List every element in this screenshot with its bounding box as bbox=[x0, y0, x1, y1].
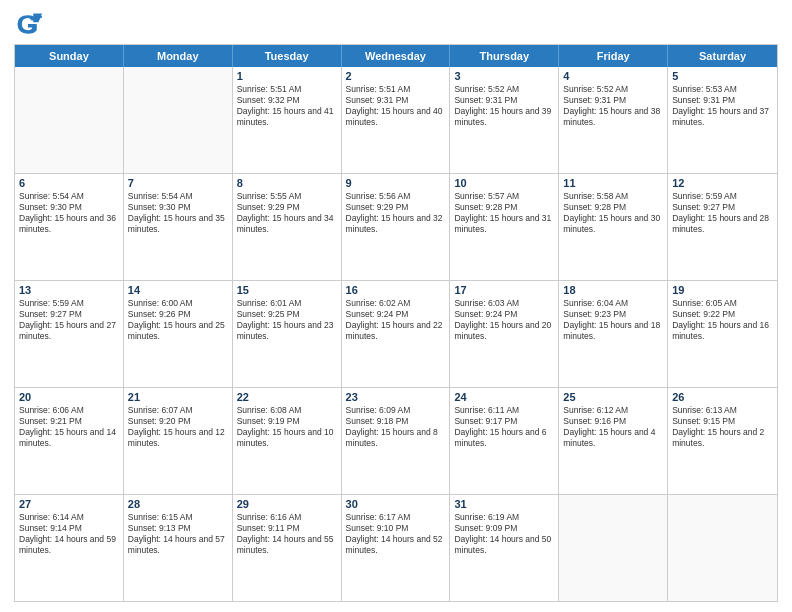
day-info: Sunrise: 5:52 AM Sunset: 9:31 PM Dayligh… bbox=[454, 84, 554, 128]
day-cell-25: 25Sunrise: 6:12 AM Sunset: 9:16 PM Dayli… bbox=[559, 388, 668, 494]
day-info: Sunrise: 6:00 AM Sunset: 9:26 PM Dayligh… bbox=[128, 298, 228, 342]
day-number: 2 bbox=[346, 70, 446, 82]
day-cell-10: 10Sunrise: 5:57 AM Sunset: 9:28 PM Dayli… bbox=[450, 174, 559, 280]
empty-cell bbox=[668, 495, 777, 601]
day-number: 23 bbox=[346, 391, 446, 403]
day-cell-31: 31Sunrise: 6:19 AM Sunset: 9:09 PM Dayli… bbox=[450, 495, 559, 601]
day-cell-5: 5Sunrise: 5:53 AM Sunset: 9:31 PM Daylig… bbox=[668, 67, 777, 173]
day-cell-22: 22Sunrise: 6:08 AM Sunset: 9:19 PM Dayli… bbox=[233, 388, 342, 494]
day-info: Sunrise: 5:59 AM Sunset: 9:27 PM Dayligh… bbox=[672, 191, 773, 235]
day-number: 4 bbox=[563, 70, 663, 82]
day-cell-14: 14Sunrise: 6:00 AM Sunset: 9:26 PM Dayli… bbox=[124, 281, 233, 387]
day-cell-28: 28Sunrise: 6:15 AM Sunset: 9:13 PM Dayli… bbox=[124, 495, 233, 601]
day-number: 20 bbox=[19, 391, 119, 403]
day-cell-7: 7Sunrise: 5:54 AM Sunset: 9:30 PM Daylig… bbox=[124, 174, 233, 280]
calendar-body: 1Sunrise: 5:51 AM Sunset: 9:32 PM Daylig… bbox=[15, 67, 777, 601]
day-number: 25 bbox=[563, 391, 663, 403]
header-day-monday: Monday bbox=[124, 45, 233, 67]
page: SundayMondayTuesdayWednesdayThursdayFrid… bbox=[0, 0, 792, 612]
day-info: Sunrise: 6:14 AM Sunset: 9:14 PM Dayligh… bbox=[19, 512, 119, 556]
day-number: 18 bbox=[563, 284, 663, 296]
day-cell-29: 29Sunrise: 6:16 AM Sunset: 9:11 PM Dayli… bbox=[233, 495, 342, 601]
calendar-header: SundayMondayTuesdayWednesdayThursdayFrid… bbox=[15, 45, 777, 67]
day-info: Sunrise: 5:56 AM Sunset: 9:29 PM Dayligh… bbox=[346, 191, 446, 235]
day-info: Sunrise: 5:54 AM Sunset: 9:30 PM Dayligh… bbox=[19, 191, 119, 235]
day-cell-18: 18Sunrise: 6:04 AM Sunset: 9:23 PM Dayli… bbox=[559, 281, 668, 387]
day-info: Sunrise: 5:57 AM Sunset: 9:28 PM Dayligh… bbox=[454, 191, 554, 235]
day-cell-12: 12Sunrise: 5:59 AM Sunset: 9:27 PM Dayli… bbox=[668, 174, 777, 280]
day-info: Sunrise: 6:02 AM Sunset: 9:24 PM Dayligh… bbox=[346, 298, 446, 342]
week-row-1: 1Sunrise: 5:51 AM Sunset: 9:32 PM Daylig… bbox=[15, 67, 777, 174]
day-number: 31 bbox=[454, 498, 554, 510]
day-cell-20: 20Sunrise: 6:06 AM Sunset: 9:21 PM Dayli… bbox=[15, 388, 124, 494]
day-cell-15: 15Sunrise: 6:01 AM Sunset: 9:25 PM Dayli… bbox=[233, 281, 342, 387]
day-cell-6: 6Sunrise: 5:54 AM Sunset: 9:30 PM Daylig… bbox=[15, 174, 124, 280]
day-number: 12 bbox=[672, 177, 773, 189]
day-info: Sunrise: 5:54 AM Sunset: 9:30 PM Dayligh… bbox=[128, 191, 228, 235]
day-cell-2: 2Sunrise: 5:51 AM Sunset: 9:31 PM Daylig… bbox=[342, 67, 451, 173]
day-info: Sunrise: 5:51 AM Sunset: 9:31 PM Dayligh… bbox=[346, 84, 446, 128]
header-day-wednesday: Wednesday bbox=[342, 45, 451, 67]
day-info: Sunrise: 6:17 AM Sunset: 9:10 PM Dayligh… bbox=[346, 512, 446, 556]
day-info: Sunrise: 6:03 AM Sunset: 9:24 PM Dayligh… bbox=[454, 298, 554, 342]
day-number: 22 bbox=[237, 391, 337, 403]
header-day-thursday: Thursday bbox=[450, 45, 559, 67]
logo-icon bbox=[14, 10, 42, 38]
day-info: Sunrise: 6:15 AM Sunset: 9:13 PM Dayligh… bbox=[128, 512, 228, 556]
day-cell-9: 9Sunrise: 5:56 AM Sunset: 9:29 PM Daylig… bbox=[342, 174, 451, 280]
day-number: 27 bbox=[19, 498, 119, 510]
day-cell-4: 4Sunrise: 5:52 AM Sunset: 9:31 PM Daylig… bbox=[559, 67, 668, 173]
day-info: Sunrise: 6:19 AM Sunset: 9:09 PM Dayligh… bbox=[454, 512, 554, 556]
week-row-2: 6Sunrise: 5:54 AM Sunset: 9:30 PM Daylig… bbox=[15, 174, 777, 281]
day-number: 29 bbox=[237, 498, 337, 510]
day-info: Sunrise: 5:58 AM Sunset: 9:28 PM Dayligh… bbox=[563, 191, 663, 235]
day-number: 1 bbox=[237, 70, 337, 82]
day-info: Sunrise: 6:08 AM Sunset: 9:19 PM Dayligh… bbox=[237, 405, 337, 449]
header-day-friday: Friday bbox=[559, 45, 668, 67]
day-cell-1: 1Sunrise: 5:51 AM Sunset: 9:32 PM Daylig… bbox=[233, 67, 342, 173]
day-cell-13: 13Sunrise: 5:59 AM Sunset: 9:27 PM Dayli… bbox=[15, 281, 124, 387]
week-row-4: 20Sunrise: 6:06 AM Sunset: 9:21 PM Dayli… bbox=[15, 388, 777, 495]
day-number: 5 bbox=[672, 70, 773, 82]
day-cell-26: 26Sunrise: 6:13 AM Sunset: 9:15 PM Dayli… bbox=[668, 388, 777, 494]
day-cell-21: 21Sunrise: 6:07 AM Sunset: 9:20 PM Dayli… bbox=[124, 388, 233, 494]
day-number: 11 bbox=[563, 177, 663, 189]
day-number: 19 bbox=[672, 284, 773, 296]
week-row-3: 13Sunrise: 5:59 AM Sunset: 9:27 PM Dayli… bbox=[15, 281, 777, 388]
day-number: 15 bbox=[237, 284, 337, 296]
empty-cell bbox=[124, 67, 233, 173]
calendar: SundayMondayTuesdayWednesdayThursdayFrid… bbox=[14, 44, 778, 602]
day-cell-23: 23Sunrise: 6:09 AM Sunset: 9:18 PM Dayli… bbox=[342, 388, 451, 494]
day-number: 21 bbox=[128, 391, 228, 403]
logo bbox=[14, 10, 46, 38]
day-cell-3: 3Sunrise: 5:52 AM Sunset: 9:31 PM Daylig… bbox=[450, 67, 559, 173]
day-cell-30: 30Sunrise: 6:17 AM Sunset: 9:10 PM Dayli… bbox=[342, 495, 451, 601]
day-info: Sunrise: 6:12 AM Sunset: 9:16 PM Dayligh… bbox=[563, 405, 663, 449]
day-number: 13 bbox=[19, 284, 119, 296]
header-day-tuesday: Tuesday bbox=[233, 45, 342, 67]
day-cell-16: 16Sunrise: 6:02 AM Sunset: 9:24 PM Dayli… bbox=[342, 281, 451, 387]
empty-cell bbox=[15, 67, 124, 173]
day-info: Sunrise: 5:59 AM Sunset: 9:27 PM Dayligh… bbox=[19, 298, 119, 342]
day-number: 26 bbox=[672, 391, 773, 403]
day-number: 24 bbox=[454, 391, 554, 403]
day-info: Sunrise: 6:05 AM Sunset: 9:22 PM Dayligh… bbox=[672, 298, 773, 342]
day-number: 10 bbox=[454, 177, 554, 189]
day-info: Sunrise: 5:55 AM Sunset: 9:29 PM Dayligh… bbox=[237, 191, 337, 235]
day-number: 8 bbox=[237, 177, 337, 189]
day-info: Sunrise: 6:07 AM Sunset: 9:20 PM Dayligh… bbox=[128, 405, 228, 449]
day-info: Sunrise: 5:51 AM Sunset: 9:32 PM Dayligh… bbox=[237, 84, 337, 128]
day-info: Sunrise: 6:04 AM Sunset: 9:23 PM Dayligh… bbox=[563, 298, 663, 342]
day-number: 6 bbox=[19, 177, 119, 189]
day-number: 14 bbox=[128, 284, 228, 296]
empty-cell bbox=[559, 495, 668, 601]
day-info: Sunrise: 6:01 AM Sunset: 9:25 PM Dayligh… bbox=[237, 298, 337, 342]
day-cell-19: 19Sunrise: 6:05 AM Sunset: 9:22 PM Dayli… bbox=[668, 281, 777, 387]
day-number: 30 bbox=[346, 498, 446, 510]
day-number: 16 bbox=[346, 284, 446, 296]
day-number: 7 bbox=[128, 177, 228, 189]
day-cell-27: 27Sunrise: 6:14 AM Sunset: 9:14 PM Dayli… bbox=[15, 495, 124, 601]
day-cell-8: 8Sunrise: 5:55 AM Sunset: 9:29 PM Daylig… bbox=[233, 174, 342, 280]
day-info: Sunrise: 6:09 AM Sunset: 9:18 PM Dayligh… bbox=[346, 405, 446, 449]
day-cell-11: 11Sunrise: 5:58 AM Sunset: 9:28 PM Dayli… bbox=[559, 174, 668, 280]
